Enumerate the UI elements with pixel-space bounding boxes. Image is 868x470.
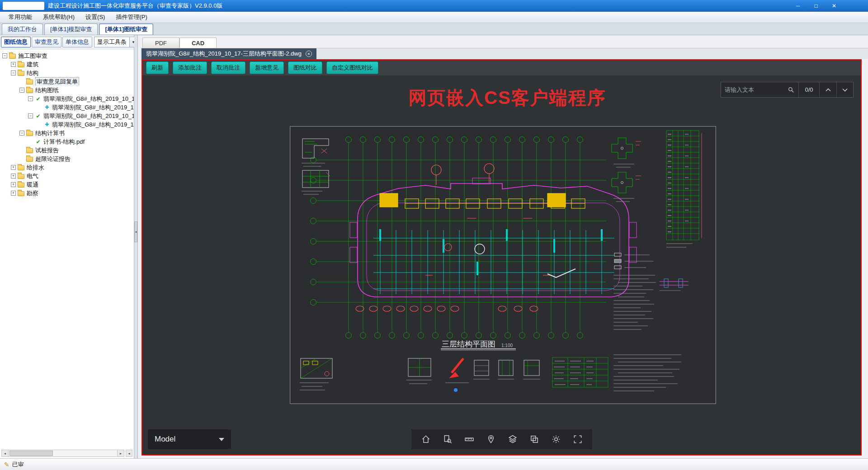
drawing-compare-button[interactable]: 图纸对比 — [288, 61, 322, 74]
scroll-left-icon[interactable]: ◄ — [1, 450, 9, 457]
document-tab-title: 翡翠湖别院_G8#_结构_2019_10_17-三层结构平面图-2.dwg — [146, 50, 302, 58]
tab-pdf[interactable]: PDF — [142, 38, 179, 48]
tree-item-selected[interactable]: 审查意见回复单 — [0, 77, 134, 86]
tree-item-label: 结构图纸 — [35, 86, 59, 94]
search-icon[interactable] — [788, 86, 795, 94]
tab-cad[interactable]: CAD — [179, 38, 217, 48]
tree-spacer — [37, 105, 42, 110]
expand-plus-icon[interactable]: + — [11, 191, 16, 196]
toolbar-display-combo[interactable]: 显示工具条 ▼ — [94, 37, 137, 47]
tree-item[interactable]: 超限论证报告 — [0, 155, 134, 163]
search-next-icon[interactable] — [836, 82, 853, 97]
folder-icon — [18, 174, 24, 179]
panel-splitter[interactable]: ◄ — [134, 35, 138, 458]
expand-plus-icon[interactable]: + — [11, 62, 16, 67]
expand-plus-icon[interactable]: + — [11, 182, 16, 187]
check-icon: ✔ — [35, 96, 42, 102]
tree-item-label: 超限论证报告 — [35, 155, 71, 163]
custom-compare-button[interactable]: 自定义图纸对比 — [326, 61, 378, 74]
splitter-collapse-icon[interactable]: ◄ — [134, 221, 137, 242]
tree-item-label: 翡翠湖别院_G8#_结构_2019_10_17-三层结构平面图-2.dwg — [43, 112, 134, 120]
tree-item[interactable]: +给排水 — [0, 163, 134, 172]
search-input[interactable] — [725, 86, 785, 93]
tab-drawing-review[interactable]: [单体1]图纸审查 — [99, 24, 153, 35]
add-annotation-button[interactable]: 添加批注 — [173, 61, 207, 74]
copy-icon[interactable] — [525, 431, 543, 447]
cad-canvas[interactable]: 网页嵌入CS客户端程序 0/0 — [142, 75, 861, 455]
tree-item[interactable]: 试桩报告 — [0, 146, 134, 155]
drawing-scale: 1:100 — [501, 343, 513, 348]
collapse-minus-icon[interactable]: − — [11, 70, 16, 75]
tree-item[interactable]: −结构 — [0, 69, 134, 77]
cancel-annotation-button[interactable]: 取消批注 — [211, 61, 245, 74]
tree-item[interactable]: −✔翡翠湖别院_G8#_结构_2019_10_17-三层结构平面图-2.dwg — [0, 112, 134, 120]
settings-icon[interactable] — [547, 431, 565, 447]
tree-item[interactable]: +电气 — [0, 172, 134, 180]
minimize-button[interactable]: ─ — [790, 1, 806, 10]
folder-icon — [9, 54, 16, 59]
tree-item[interactable]: ✚翡翠湖别院_G8#_结构_2019_10_17-三层结构平面图-2.dwg — [0, 103, 134, 112]
home-icon[interactable] — [417, 431, 435, 447]
close-icon[interactable]: ✕ — [306, 51, 312, 57]
sidebar-hscrollbar[interactable]: ◄ ► ◄ — [1, 450, 132, 457]
collapse-minus-icon[interactable]: − — [28, 96, 33, 101]
tree-spacer — [19, 79, 24, 84]
marker-icon[interactable] — [482, 431, 500, 447]
expand-plus-icon[interactable]: + — [11, 174, 16, 179]
tree-item[interactable]: +暖通 — [0, 180, 134, 189]
model-space-selector[interactable]: Model — [148, 429, 231, 449]
fullscreen-icon[interactable] — [569, 431, 587, 447]
collapse-minus-icon[interactable]: − — [28, 113, 33, 118]
tab-model-review[interactable]: [单体1]模型审查 — [44, 24, 98, 35]
collapse-minus-icon[interactable]: − — [19, 131, 24, 136]
drawing-tree: −施工图审查 +建筑 −结构 审查意见回复单 −结构图纸 −✔翡翠湖别院_G8#… — [0, 49, 134, 449]
menu-help[interactable]: 系统帮助(H) — [38, 12, 80, 23]
menu-common[interactable]: 常用功能 — [4, 12, 37, 23]
cad-drawing-sheet[interactable]: 三层结构平面图 1:100 — [290, 126, 716, 404]
folder-icon — [26, 157, 33, 162]
tab-drawing-info[interactable]: 图纸信息 — [1, 37, 31, 47]
scroll-right-icon[interactable]: ► — [117, 450, 124, 457]
tree-item[interactable]: −结构计算书 — [0, 129, 134, 137]
tree-item[interactable]: ✔计算书-结构.pdf — [0, 137, 134, 146]
tree-item[interactable]: −✔翡翠湖别院_G8#_结构_2019_10_17-三层结构平面图-2.dwg — [0, 94, 134, 103]
tab-review-comments[interactable]: 审查意见 — [32, 37, 61, 47]
refresh-button[interactable]: 刷新 — [146, 61, 169, 74]
tree-item-label: 计算书-结构.pdf — [43, 138, 85, 146]
tree-item[interactable]: +勘察 — [0, 189, 134, 197]
menu-plugins[interactable]: 插件管理(P) — [111, 12, 152, 23]
search-result-count: 0/0 — [799, 82, 820, 97]
overlay-watermark-text: 网页嵌入CS客户端程序 — [408, 85, 606, 110]
measure-icon[interactable] — [460, 431, 478, 447]
search-prev-icon[interactable] — [820, 82, 836, 97]
window-title: 建设工程设计施工图一体化审查服务平台（审查专家版）V2.9.0.0版 — [48, 2, 222, 10]
document-tab[interactable]: 翡翠湖别院_G8#_结构_2019_10_17-三层结构平面图-2.dwg ✕ — [142, 48, 316, 59]
tree-spacer — [28, 139, 33, 144]
scrollbar-thumb[interactable] — [9, 451, 53, 456]
tree-item[interactable]: −结构图纸 — [0, 86, 134, 94]
layers-icon[interactable] — [504, 431, 522, 447]
marker-dot — [454, 388, 458, 392]
cad-toolbar: 刷新 添加批注 取消批注 新增意见 图纸对比 自定义图纸对比 — [142, 60, 861, 75]
check-icon: ✔ — [35, 139, 42, 145]
maximize-button[interactable]: □ — [808, 1, 824, 10]
expand-plus-icon[interactable]: + — [11, 165, 16, 170]
menu-settings[interactable]: 设置(S) — [80, 12, 110, 23]
new-comment-button[interactable]: 新增意见 — [250, 61, 284, 74]
reviewed-status-icon: ✎ — [4, 461, 9, 468]
folder-icon — [26, 88, 33, 93]
scrollbar-track[interactable] — [9, 450, 117, 457]
collapse-minus-icon[interactable]: − — [19, 88, 24, 93]
tree-item[interactable]: ✚翡翠湖别院_G8#_结构_2019_10_17-三层结构平面图-2.dwg — [0, 120, 134, 129]
document-tabbar: 翡翠湖别院_G8#_结构_2019_10_17-三层结构平面图-2.dwg ✕ — [141, 48, 868, 59]
viewer-bottom-toolbar — [411, 429, 592, 449]
panel-collapse-icon[interactable]: ◄ — [126, 450, 132, 457]
tab-my-workbench[interactable]: 我的工作台 — [2, 24, 43, 35]
tree-item[interactable]: +建筑 — [0, 60, 134, 69]
tree-item[interactable]: −施工图审查 — [0, 52, 134, 60]
view-icon[interactable] — [439, 431, 457, 447]
folder-icon — [18, 183, 24, 188]
close-button[interactable]: ✕ — [826, 1, 842, 10]
collapse-minus-icon[interactable]: − — [2, 53, 7, 58]
tab-unit-info[interactable]: 单体信息 — [62, 37, 92, 47]
